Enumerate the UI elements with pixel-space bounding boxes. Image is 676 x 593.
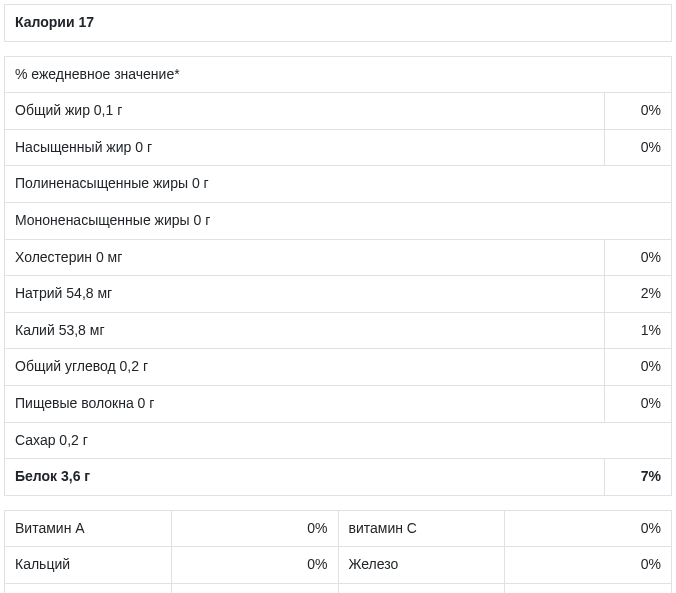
nutrient-value: 0%	[605, 239, 672, 276]
calories-table: Калории 17	[4, 4, 672, 42]
nutrient-label: Натрий 54,8 мг	[5, 276, 605, 313]
table-row: Витамин A 0% витамин C 0%	[5, 510, 672, 547]
table-row: Натрий 54,8 мг2%	[5, 276, 672, 313]
nutrient-value: 0%	[605, 129, 672, 166]
nutrient-label: Общий жир 0,1 г	[5, 93, 605, 130]
vitamin-label: Кальций	[5, 547, 172, 584]
vitamins-table: Витамин A 0% витамин C 0% Кальций 0% Жел…	[4, 510, 672, 593]
vitamin-label: витамин C	[338, 510, 505, 547]
nutrient-value: 2%	[605, 276, 672, 313]
nutrients-table: % ежедневное значение* Общий жир 0,1 г0%…	[4, 56, 672, 496]
vitamin-value: 0%	[505, 583, 672, 593]
dv-header: % ежедневное значение*	[5, 56, 672, 93]
table-row: витамин D 0% Витамин B-6 0%	[5, 583, 672, 593]
nutrient-label: Полиненасыщенные жиры 0 г	[5, 166, 672, 203]
vitamin-value: 0%	[505, 510, 672, 547]
table-row: Калий 53,8 мг1%	[5, 312, 672, 349]
nutrient-value: 0%	[605, 385, 672, 422]
vitamin-label: Витамин B-6	[338, 583, 505, 593]
vitamin-label: витамин D	[5, 583, 172, 593]
calories-label: Калории 17	[5, 5, 672, 42]
table-row: Пищевые волокна 0 г0%	[5, 385, 672, 422]
table-row: Насыщенный жир 0 г0%	[5, 129, 672, 166]
nutrient-label: Насыщенный жир 0 г	[5, 129, 605, 166]
vitamin-label: Витамин A	[5, 510, 172, 547]
nutrient-value: 0%	[605, 93, 672, 130]
nutrient-label: Холестерин 0 мг	[5, 239, 605, 276]
table-row: Общий углевод 0,2 г0%	[5, 349, 672, 386]
nutrient-value: 0%	[605, 349, 672, 386]
vitamin-value: 0%	[171, 510, 338, 547]
nutrient-label: Калий 53,8 мг	[5, 312, 605, 349]
protein-value: 7%	[605, 459, 672, 496]
nutrient-label: Мононенасыщенные жиры 0 г	[5, 202, 672, 239]
calories-row: Калории 17	[5, 5, 672, 42]
protein-label: Белок 3,6 г	[5, 459, 605, 496]
nutrient-label: Пищевые волокна 0 г	[5, 385, 605, 422]
table-row: Кальций 0% Железо 0%	[5, 547, 672, 584]
vitamin-value: 0%	[171, 583, 338, 593]
vitamin-label: Железо	[338, 547, 505, 584]
nutrient-label: Общий углевод 0,2 г	[5, 349, 605, 386]
table-row: Общий жир 0,1 г0%	[5, 93, 672, 130]
table-row: Мононенасыщенные жиры 0 г	[5, 202, 672, 239]
vitamin-value: 0%	[171, 547, 338, 584]
nutrient-label: Сахар 0,2 г	[5, 422, 672, 459]
table-row: Холестерин 0 мг0%	[5, 239, 672, 276]
vitamin-value: 0%	[505, 547, 672, 584]
protein-row: Белок 3,6 г7%	[5, 459, 672, 496]
table-row: Полиненасыщенные жиры 0 г	[5, 166, 672, 203]
table-row: Сахар 0,2 г	[5, 422, 672, 459]
dv-header-row: % ежедневное значение*	[5, 56, 672, 93]
nutrient-value: 1%	[605, 312, 672, 349]
